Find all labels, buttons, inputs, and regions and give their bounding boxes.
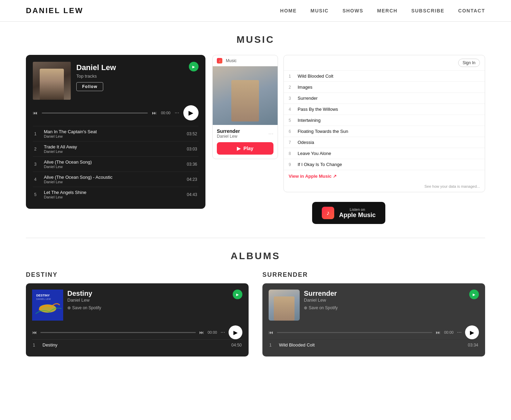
surrender-track-duration: 03:34 — [468, 343, 478, 348]
track-name: Let The Angels Shine — [44, 190, 187, 195]
spotify-next-button[interactable]: ⏭ — [152, 110, 157, 116]
spotify-widget: Daniel Lew Top tracks Follow ⏮ ⏭ 00:00 ·… — [26, 55, 205, 209]
nav-home[interactable]: HOME — [280, 8, 297, 13]
apple-list-track-name: Odessia — [298, 140, 480, 145]
apple-music-button-icon: ♪ — [322, 207, 334, 219]
track-row: 1 Man In The Captain's Seat Daniel Lew 0… — [33, 126, 199, 141]
spotify-prev-button[interactable]: ⏮ — [33, 110, 38, 116]
spotify-track-list: 1 Man In The Captain's Seat Daniel Lew 0… — [33, 126, 199, 202]
surrender-more-button[interactable]: ··· — [457, 329, 462, 335]
apple-list-item: 7 Odessia — [284, 137, 485, 148]
surrender-prev-button[interactable]: ⏮ — [269, 330, 273, 335]
destiny-play-button[interactable]: ▶ — [229, 325, 242, 339]
apple-track-name: Surrender — [217, 128, 240, 134]
apple-list-track-name: Floating Towards the Sun — [298, 129, 480, 134]
surrender-save-button[interactable]: ⊕ Save on Spotify — [304, 305, 338, 310]
surrender-spotify-icon — [469, 290, 479, 299]
track-number: 3 — [34, 162, 41, 167]
nav-subscribe[interactable]: SUBSCRIBE — [411, 8, 444, 13]
track-artist: Daniel Lew — [44, 165, 187, 169]
apple-list-track-name: Pass By the Willows — [298, 107, 480, 112]
albums-section-title: ALBUMS — [26, 238, 485, 271]
destiny-album-title: Destiny — [67, 290, 228, 297]
surrender-progress-bar[interactable] — [277, 332, 432, 333]
destiny-progress-bar[interactable] — [40, 332, 196, 333]
nav-music[interactable]: MUSIC — [310, 8, 329, 13]
track-number: 1 — [34, 131, 41, 136]
destiny-track-duration: 04:50 — [231, 343, 242, 348]
spotify-play-button[interactable]: ▶ — [183, 105, 199, 120]
apple-music-section: ♪ Music Surrender Daniel Lew ··· ▶ Play — [212, 55, 485, 224]
apple-list-item: 6 Floating Towards the Sun — [284, 126, 485, 137]
apple-music-logo-icon: ♪ — [217, 58, 222, 64]
destiny-track-name: Destiny — [42, 342, 231, 348]
surrender-album-cover — [269, 290, 300, 321]
track-artist: Daniel Lew — [44, 195, 187, 199]
destiny-prev-button[interactable]: ⏮ — [32, 330, 37, 335]
nav-shows[interactable]: SHOWS — [343, 8, 363, 13]
apple-sign-in-button[interactable]: Sign In — [458, 59, 480, 67]
surrender-album-title: Surrender — [304, 290, 464, 297]
apple-music-service-label: Apple Music — [339, 212, 376, 219]
spotify-subtitle: Top tracks — [76, 74, 116, 79]
spotify-artist-name: Daniel Lew — [76, 63, 116, 72]
track-row: 2 Trade It All Away Daniel Lew 03:03 — [33, 141, 199, 156]
apple-list-item: 2 Images — [284, 81, 485, 92]
spotify-progress-bar[interactable] — [42, 113, 148, 114]
surrender-play-button[interactable]: ▶ — [465, 325, 479, 339]
destiny-album: DESTINY DESTINY DANIEL LEW — [26, 271, 249, 356]
svg-text:DESTINY: DESTINY — [36, 294, 50, 297]
listen-on-label: Listen on — [339, 207, 376, 212]
destiny-more-button[interactable]: ··· — [221, 329, 225, 335]
main-nav: HOME MUSIC SHOWS MERCH SUBSCRIBE CONTACT — [280, 8, 485, 13]
destiny-next-button[interactable]: ⏭ — [199, 330, 204, 335]
surrender-label: SURRENDER — [262, 271, 485, 279]
site-logo: DANIEL LEW — [26, 6, 83, 15]
spotify-more-button[interactable]: ··· — [175, 110, 179, 116]
track-name: Trade It All Away — [44, 144, 187, 149]
apple-list-track-name: Images — [298, 85, 480, 90]
track-number: 5 — [34, 192, 41, 197]
track-duration: 04:23 — [187, 177, 197, 182]
surrender-spotify-widget: Surrender Daniel Lew ⊕ Save on Spotify ⏮ — [262, 283, 485, 356]
play-icon: ▶ — [237, 146, 241, 151]
destiny-spotify-widget: DESTINY DANIEL LEW Destiny Daniel Lew ⊕ … — [26, 283, 249, 356]
apple-music-player: ♪ Music Surrender Daniel Lew ··· ▶ Play — [212, 55, 278, 159]
surrender-time: 00:00 — [444, 330, 454, 334]
apple-more-button[interactable]: ··· — [268, 130, 273, 137]
track-duration: 03:03 — [187, 147, 197, 152]
track-artist: Daniel Lew — [44, 134, 187, 138]
apple-play-button[interactable]: ▶ Play — [217, 142, 273, 155]
destiny-album-cover: DESTINY DANIEL LEW — [32, 290, 63, 321]
apple-list-track-name: If I Okay Is To Change — [298, 162, 480, 167]
track-duration: 03:52 — [187, 131, 197, 136]
destiny-album-artist: Daniel Lew — [67, 297, 228, 303]
music-section-title: MUSIC — [26, 22, 485, 55]
track-row: 5 Let The Angels Shine Daniel Lew 04:43 — [33, 187, 199, 202]
plus-icon: ⊕ — [304, 305, 307, 310]
track-row: 4 Alive (The Ocean Song) - Acoustic Dani… — [33, 172, 199, 187]
svg-text:DANIEL LEW: DANIEL LEW — [36, 298, 51, 300]
track-name: Alive (The Ocean Song) - Acoustic — [44, 175, 187, 180]
listen-on-apple-music-button[interactable]: ♪ Listen on Apple Music — [312, 202, 385, 224]
destiny-spotify-icon — [233, 290, 242, 299]
apple-play-label: Play — [243, 146, 253, 151]
surrender-track-name: Wild Blooded Colt — [279, 342, 468, 348]
track-artist: Daniel Lew — [44, 180, 187, 184]
surrender-next-button[interactable]: ⏭ — [436, 330, 441, 335]
apple-list-track-name: Wild Blooded Colt — [298, 74, 480, 79]
track-duration: 03:36 — [187, 162, 197, 167]
nav-contact[interactable]: CONTACT — [458, 8, 485, 13]
track-row: 3 Alive (The Ocean Song) Daniel Lew 03:3… — [33, 156, 199, 172]
spotify-icon — [189, 62, 199, 71]
destiny-save-button[interactable]: ⊕ Save on Spotify — [67, 305, 101, 310]
apple-list-track-name: Intertwining — [298, 118, 480, 123]
destiny-time: 00:00 — [208, 330, 217, 334]
view-in-apple-music-link[interactable]: View in Apple Music ↗ — [284, 170, 485, 182]
spotify-follow-button[interactable]: Follow — [76, 82, 103, 91]
apple-list-item: 8 Leave You Alone — [284, 148, 485, 159]
surrender-album: SURRENDER Surrender Daniel Lew ⊕ Save on… — [262, 271, 485, 356]
apple-list-item: 9 If I Okay Is To Change — [284, 159, 485, 170]
nav-merch[interactable]: MERCH — [377, 8, 397, 13]
apple-track-list-widget: Sign In 1 Wild Blooded Colt 2 Images 3 S… — [283, 55, 485, 192]
